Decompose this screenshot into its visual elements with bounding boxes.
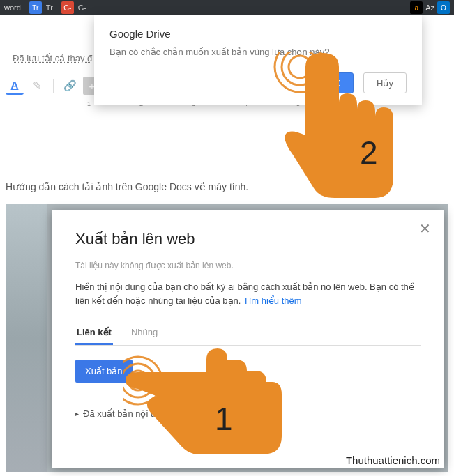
modal-tabs: Liên kết Nhúng <box>75 321 421 346</box>
ok-button[interactable]: OK <box>314 72 354 93</box>
confirm-title: Google Drive <box>109 28 407 40</box>
screenshot-lower: ✕ Xuất bản lên web Tài liệu này không đư… <box>6 204 448 472</box>
google-translate-icon[interactable]: Tr <box>29 1 42 14</box>
close-button[interactable]: ✕ <box>415 219 434 238</box>
toolbar-separator <box>53 79 54 93</box>
chevron-right-icon: ▸ <box>75 410 79 417</box>
docs-toolbar: A ✎ 🔗 + <box>0 77 101 95</box>
confirm-actions: OK Hủy <box>109 72 407 93</box>
tab-fragment: G- <box>74 3 91 12</box>
tab-embed[interactable]: Nhúng <box>130 321 159 345</box>
publish-modal: ✕ Xuất bản lên web Tài liệu này không đư… <box>52 210 444 468</box>
tab-fragment: Tr <box>42 3 57 12</box>
publish-button[interactable]: Xuất bản <box>75 360 133 383</box>
publish-status: Tài liệu này không được xuất bản lên web… <box>75 261 421 270</box>
save-status: Đã lưu tất cả thay đ <box>13 53 92 63</box>
google-plus-icon[interactable]: G- <box>61 1 74 14</box>
amazon-label: Az <box>425 3 434 12</box>
tab-link[interactable]: Liên kết <box>75 321 113 345</box>
link-icon[interactable]: 🔗 <box>61 77 79 95</box>
close-icon: ✕ <box>419 220 431 237</box>
step-number: 2 <box>360 134 378 171</box>
confirm-dialog: Google Drive Bạn có chắc chắn muốn xuất … <box>94 15 422 105</box>
document-body-text: Hướng dẫn cách tải ảnh trên Google Docs … <box>6 181 248 192</box>
amazon-icon[interactable]: a <box>410 1 423 14</box>
background-photo <box>6 204 47 472</box>
divider <box>75 401 421 401</box>
tab-fragment: word <box>0 3 25 12</box>
text-color-icon[interactable]: A <box>6 77 24 95</box>
watermark: Thuthuattienich.com <box>346 454 440 466</box>
expand-label: Đã xuất bản nội dung và cài đặt <box>83 408 213 419</box>
outlook-icon[interactable]: O <box>437 1 450 14</box>
modal-description: Hiển thị nội dung của bạn cho bất kỳ ai … <box>75 280 421 307</box>
browser-tab-strip: word Tr Tr G- G- a Az O <box>0 0 454 15</box>
learn-more-link[interactable]: Tìm hiểu thêm <box>243 295 302 306</box>
modal-title: Xuất bản lên web <box>75 230 421 248</box>
confirm-message: Bạn có chắc chắn muốn xuất bản vùng lựa … <box>109 47 407 57</box>
highlight-icon[interactable]: ✎ <box>28 77 46 95</box>
cancel-button[interactable]: Hủy <box>363 72 407 93</box>
expand-settings[interactable]: ▸ Đã xuất bản nội dung và cài đặt <box>75 408 421 419</box>
